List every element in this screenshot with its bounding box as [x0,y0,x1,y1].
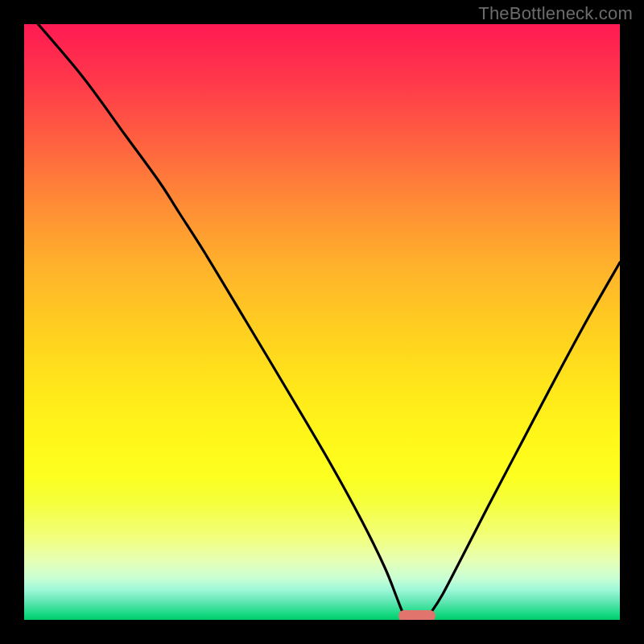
bottleneck-curve [24,24,620,620]
watermark-text: TheBottleneck.com [478,3,633,24]
chart-frame: TheBottleneck.com [0,0,644,644]
plot-area [24,24,620,620]
optimal-marker [398,610,436,620]
